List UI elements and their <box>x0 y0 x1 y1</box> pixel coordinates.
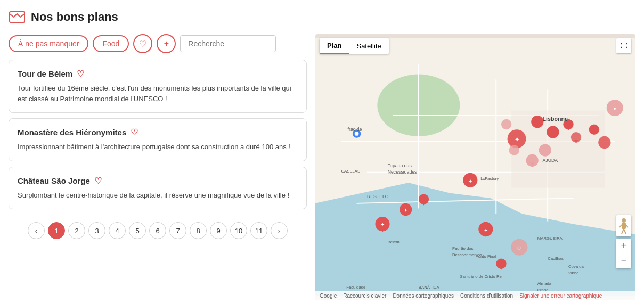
svg-text:Lisbonne: Lisbonne <box>543 116 568 122</box>
pagination-page-7[interactable]: 7 <box>169 222 186 239</box>
map-fullscreen-button[interactable]: ⛶ <box>616 38 631 53</box>
svg-text:Cacilhas: Cacilhas <box>548 256 564 261</box>
filter-food[interactable]: Food <box>93 35 129 52</box>
pagination-prev[interactable]: ‹ <box>28 222 45 239</box>
svg-text:BANÁTICA: BANÁTICA <box>419 285 440 290</box>
svg-line-79 <box>626 225 628 227</box>
svg-text:AJUDA: AJUDA <box>543 158 558 163</box>
svg-text:Ponto Final: Ponto Final <box>476 254 496 259</box>
map-tab-satellite[interactable]: Satellite <box>349 38 388 54</box>
card-desc-3: Surplombant le centre-historique de la c… <box>18 190 298 201</box>
map-svg: ✦ <box>315 34 635 300</box>
pegman-icon <box>619 218 629 234</box>
pagination-page-9[interactable]: 9 <box>210 222 227 239</box>
svg-rect-12 <box>511 110 604 187</box>
svg-line-76 <box>622 229 624 234</box>
svg-line-78 <box>619 225 622 227</box>
pagination-page-4[interactable]: 4 <box>109 222 126 239</box>
svg-text:✦: ✦ <box>484 227 488 233</box>
filter-ne-pas-manquer[interactable]: À ne pas manquer <box>9 35 88 52</box>
map-footer: Google Raccourcis clavier Données cartog… <box>315 291 635 300</box>
pagination-page-11[interactable]: 11 <box>250 222 267 239</box>
footer-report[interactable]: Signaler une erreur cartographique <box>519 293 602 299</box>
svg-text:✦: ✦ <box>468 178 472 184</box>
zoom-out-button[interactable]: − <box>616 253 631 268</box>
pagination-page-2[interactable]: 2 <box>68 222 85 239</box>
map-tabs: Plan Satellite <box>320 38 389 54</box>
pagination-page-5[interactable]: 5 <box>129 222 146 239</box>
svg-text:CASELAS: CASELAS <box>341 169 360 174</box>
search-input[interactable] <box>180 35 276 52</box>
card-title-text-2: Monastère des Hiéronymites <box>18 128 126 137</box>
pagination-next[interactable]: › <box>271 222 288 239</box>
pagination-page-3[interactable]: 3 <box>88 222 105 239</box>
card-title-3: Château São Jorge ♡ <box>18 176 298 186</box>
svg-point-45 <box>509 145 519 155</box>
card-title-text-3: Château São Jorge <box>18 176 90 185</box>
svg-text:Ifragide: Ifragide <box>346 127 362 132</box>
pagination: ‹ 1 2 3 4 5 6 7 8 9 10 11 › <box>9 222 307 239</box>
plus-icon: + <box>164 39 169 48</box>
svg-text:Necessidades: Necessidades <box>388 169 417 175</box>
page-title: Nos bons plans <box>31 10 118 24</box>
svg-text:Belém: Belém <box>388 240 400 244</box>
card-heart-2[interactable]: ♡ <box>131 127 138 137</box>
heart-filter-button[interactable]: ♡ <box>133 34 152 53</box>
pegman-button[interactable] <box>616 215 631 236</box>
google-label: Google <box>320 293 337 299</box>
svg-point-24 <box>589 125 599 135</box>
card-monastere: Monastère des Hiéronymites ♡ Impressionn… <box>9 118 307 161</box>
footer-keyboard[interactable]: Raccourcis clavier <box>343 293 386 299</box>
svg-text:Almada: Almada <box>537 281 552 286</box>
svg-text:✦: ✦ <box>613 106 617 112</box>
map-pegman <box>616 215 631 236</box>
svg-text:Santuário de Cristo Rei: Santuário de Cristo Rei <box>460 274 502 279</box>
svg-point-44 <box>539 144 551 156</box>
svg-text:Tapada das: Tapada das <box>388 163 412 168</box>
svg-text:RESTELO: RESTELO <box>367 194 389 199</box>
svg-text:✦: ✦ <box>380 222 385 227</box>
card-tour-belem: Tour de Bélem ♡ Tour fortifiée du 16ème … <box>9 60 307 113</box>
card-desc-2: Impressionnant bâtiment à l'architecture… <box>18 142 298 152</box>
heart-icon: ♡ <box>139 39 146 49</box>
filters-bar: À ne pas manquer Food ♡ + <box>9 34 307 53</box>
pagination-page-1[interactable]: 1 <box>48 222 65 239</box>
svg-text:✦: ✦ <box>404 208 408 213</box>
card-heart-3[interactable]: ♡ <box>94 176 102 186</box>
svg-rect-75 <box>622 223 626 229</box>
svg-point-74 <box>622 218 626 223</box>
svg-line-77 <box>624 229 626 234</box>
svg-point-52 <box>355 132 359 136</box>
pagination-page-8[interactable]: 8 <box>190 222 207 239</box>
svg-point-25 <box>598 136 610 149</box>
fullscreen-icon: ⛶ <box>621 42 627 50</box>
right-panel: ✦ <box>315 34 635 300</box>
svg-point-46 <box>501 119 511 129</box>
card-chateau-jorge: Château São Jorge ♡ Surplombant le centr… <box>9 167 307 210</box>
svg-text:Vinha: Vinha <box>568 271 579 275</box>
pagination-page-10[interactable]: 10 <box>230 222 247 239</box>
svg-text:LxFactory: LxFactory <box>480 176 499 181</box>
svg-text:Cova da: Cova da <box>568 264 584 269</box>
svg-text:MARGUEIRA: MARGUEIRA <box>537 236 563 241</box>
cards-list: Tour de Bélem ♡ Tour fortifiée du 16ème … <box>9 60 307 209</box>
card-title-1: Tour de Bélem ♡ <box>18 69 298 79</box>
svg-text:Padrão dos: Padrão dos <box>452 246 474 251</box>
footer-terms[interactable]: Conditions d'utilisation <box>460 293 513 299</box>
svg-text:Faculdade: Faculdade <box>346 285 365 290</box>
map-icon <box>9 9 26 26</box>
map-tab-plan[interactable]: Plan <box>320 38 349 54</box>
zoom-in-button[interactable]: + <box>616 239 631 253</box>
map-zoom-controls: + − <box>616 239 631 268</box>
card-desc-1: Tour fortifiée du 16ème siècle, c'est l'… <box>18 83 298 104</box>
map-container: ✦ <box>315 34 635 300</box>
card-title-2: Monastère des Hiéronymites ♡ <box>18 127 298 137</box>
pagination-page-6[interactable]: 6 <box>149 222 166 239</box>
footer-map-data[interactable]: Données cartographiques <box>393 293 454 299</box>
add-filter-button[interactable]: + <box>157 34 176 53</box>
left-panel: À ne pas manquer Food ♡ + Tour de Bélem … <box>9 34 307 300</box>
card-title-text-1: Tour de Bélem <box>18 69 72 78</box>
svg-text:♡: ♡ <box>517 245 521 251</box>
card-heart-1[interactable]: ♡ <box>77 69 84 79</box>
svg-text:✦: ✦ <box>515 136 519 143</box>
